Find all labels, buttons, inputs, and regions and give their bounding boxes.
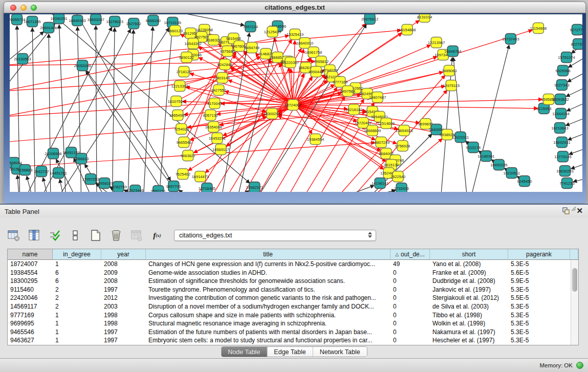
- graph-edge[interactable]: [569, 147, 582, 155]
- float-panel-icon[interactable]: [562, 207, 570, 214]
- table-row[interactable]: 1872400712008Changes of HCN gene express…: [8, 260, 571, 269]
- column-header-name[interactable]: name: [8, 249, 53, 259]
- graph-node[interactable]: 9756928: [395, 141, 410, 151]
- graph-edge[interactable]: [96, 26, 97, 192]
- graph-edge[interactable]: [571, 163, 582, 169]
- column-header-out_de[interactable]: △out_de...: [390, 249, 430, 259]
- graph-node[interactable]: 2942737: [34, 166, 49, 177]
- graph-node[interactable]: 9465546: [177, 137, 191, 148]
- graph-node[interactable]: 9242848: [217, 59, 232, 70]
- show-column-icon[interactable]: [28, 229, 41, 242]
- graph-edge[interactable]: [568, 132, 582, 140]
- network-canvas[interactable]: 2005572416671355206914061939029118849303…: [10, 14, 582, 192]
- graph-node[interactable]: 9463627: [181, 150, 195, 161]
- table-row[interactable]: 946362711997Embryonic stem cells: a mode…: [8, 336, 571, 345]
- column-header-pagerank[interactable]: pagerank: [508, 249, 570, 259]
- graph-node[interactable]: 2718120: [177, 67, 191, 77]
- graph-edge[interactable]: [343, 190, 396, 192]
- graph-node[interactable]: 12444154: [552, 108, 569, 119]
- scrollbar-thumb[interactable]: [572, 268, 577, 292]
- graph-node[interactable]: 2522540: [390, 171, 405, 182]
- graph-node[interactable]: 15751074: [558, 52, 575, 63]
- graph-node[interactable]: 15276023: [106, 16, 123, 27]
- graph-node[interactable]: 20055724: [10, 14, 26, 25]
- graph-node[interactable]: 18849303: [69, 15, 85, 26]
- table-row[interactable]: 1456911722003Disruption of a novel membe…: [8, 302, 571, 311]
- column-header-short[interactable]: short: [430, 249, 508, 259]
- graph-edge[interactable]: [112, 28, 115, 192]
- graph-node[interactable]: 12923446: [127, 185, 144, 192]
- graph-edge[interactable]: [453, 58, 468, 192]
- graph-edge[interactable]: [32, 28, 35, 192]
- graph-node[interactable]: 18807249: [373, 137, 389, 148]
- graph-node[interactable]: 15692931: [553, 137, 570, 148]
- graph-node[interactable]: 9272774: [570, 25, 582, 35]
- graph-edge[interactable]: [10, 71, 323, 91]
- graph-edge[interactable]: [143, 27, 153, 192]
- graph-node[interactable]: 19654903: [169, 110, 186, 121]
- graph-node[interactable]: 10630293: [556, 166, 573, 177]
- graph-node[interactable]: 8454749: [245, 42, 259, 53]
- graph-edge[interactable]: [43, 178, 51, 192]
- graph-node[interactable]: 9227343: [554, 80, 569, 91]
- graph-node[interactable]: 1527602: [126, 18, 141, 29]
- graph-node[interactable]: 19384554: [307, 134, 324, 145]
- graph-node[interactable]: 10653287: [87, 14, 104, 25]
- graph-node[interactable]: 13654923: [396, 125, 412, 136]
- graph-node[interactable]: 9245450: [517, 176, 532, 187]
- table-row[interactable]: 969969511998Structural magnetic resonanc…: [8, 319, 571, 328]
- function-builder-icon[interactable]: f(x): [150, 229, 164, 242]
- graph-node[interactable]: 10453291: [209, 133, 226, 144]
- graph-node[interactable]: 8427552: [211, 85, 226, 96]
- graph-node[interactable]: 9110174: [466, 142, 481, 153]
- graph-node[interactable]: 6466160: [146, 15, 161, 26]
- graph-node[interactable]: 7625402: [176, 169, 190, 180]
- graph-node[interactable]: 20053346: [74, 60, 91, 71]
- graph-node[interactable]: 9375685: [220, 46, 235, 57]
- graph-node[interactable]: 12770145: [554, 151, 571, 162]
- graph-node[interactable]: 16671355: [24, 16, 40, 27]
- new-table-icon[interactable]: [89, 229, 102, 242]
- column-header-title[interactable]: title: [146, 249, 390, 259]
- graph-node[interactable]: 20130553: [14, 54, 31, 64]
- table-selector-dropdown[interactable]: citations_edges.txt: [174, 230, 376, 241]
- graph-node[interactable]: 8660123: [168, 26, 183, 36]
- graph-node[interactable]: 11154808: [530, 23, 547, 34]
- graph-edge[interactable]: [567, 101, 582, 111]
- table-row[interactable]: 2242004622012Investigating the contribut…: [8, 294, 571, 302]
- graph-node[interactable]: 20206556: [45, 148, 61, 159]
- table-row[interactable]: 1938455462009Genome-wide association stu…: [8, 269, 571, 277]
- graph-node[interactable]: 6286610: [74, 154, 89, 164]
- table-row[interactable]: 1830029562008Estimation of significance …: [8, 277, 571, 286]
- tab-node-table[interactable]: Node Table: [221, 347, 267, 357]
- graph-edge[interactable]: [574, 178, 582, 182]
- tab-edge-table[interactable]: Edge Table: [267, 347, 313, 357]
- graph-edge[interactable]: [27, 177, 35, 192]
- select-all-icon[interactable]: [48, 229, 61, 242]
- close-panel-icon[interactable]: ✕: [576, 207, 583, 215]
- graph-node[interactable]: 12213987: [428, 37, 445, 48]
- graph-node[interactable]: 4170043: [207, 98, 222, 109]
- graph-node[interactable]: 14196141: [372, 178, 388, 189]
- graph-node[interactable]: 6497568: [340, 86, 355, 97]
- graph-node[interactable]: 7957224: [243, 21, 258, 32]
- graph-edge[interactable]: [220, 191, 249, 192]
- graph-node[interactable]: 9890122: [179, 52, 194, 63]
- column-header-year[interactable]: year: [101, 249, 146, 259]
- graph-node[interactable]: 1156863: [18, 165, 33, 176]
- graph-node[interactable]: 14962371: [246, 182, 263, 192]
- window-titlebar[interactable]: citations_edges.txt: [4, 2, 586, 13]
- graph-node[interactable]: 9329966: [555, 65, 570, 76]
- graph-node[interactable]: 7485063: [442, 65, 456, 76]
- graph-edge[interactable]: [49, 34, 51, 192]
- graph-node[interactable]: 20876612: [361, 14, 378, 25]
- graph-node[interactable]: 7254023: [174, 124, 189, 135]
- column-header-in_degree[interactable]: in_degree: [53, 249, 101, 259]
- table-row[interactable]: 911546021997Tourette syndrome. Phenomeno…: [8, 286, 571, 294]
- table-row[interactable]: 977716911998Corpus callosum shape and si…: [8, 311, 571, 320]
- delete-column-icon[interactable]: [110, 229, 123, 242]
- graph-node[interactable]: 13716485: [199, 183, 215, 192]
- graph-node[interactable]: 8131014: [417, 14, 432, 23]
- graph-node[interactable]: 12975115: [443, 80, 460, 91]
- rows-icon[interactable]: [69, 229, 82, 242]
